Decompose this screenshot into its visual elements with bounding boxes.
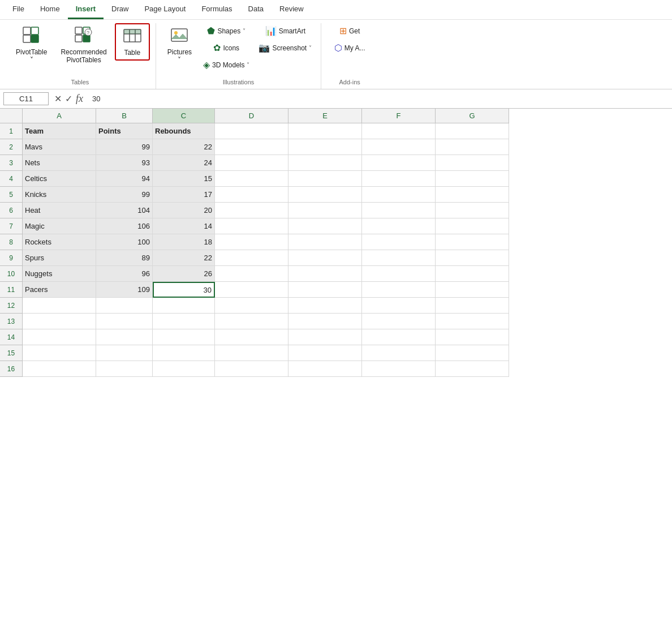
col-header-c[interactable]: C — [153, 109, 215, 123]
cell-d15[interactable] — [215, 345, 288, 361]
cell-e16[interactable] — [288, 361, 362, 377]
shapes-button[interactable]: ⬟ Shapes ˅ — [200, 23, 253, 40]
recommended-pivot-button[interactable]: ? RecommendedPivotTables — [55, 23, 112, 68]
row-header-1[interactable]: 1 — [0, 123, 23, 139]
row-header-3[interactable]: 3 — [0, 155, 23, 171]
cell-c1[interactable]: Rebounds — [153, 123, 215, 139]
3d-models-button[interactable]: ◈ 3D Models ˅ — [200, 57, 253, 74]
cell-a4[interactable]: Celtics — [23, 171, 96, 187]
cell-b6[interactable]: 104 — [96, 203, 153, 218]
cell-a9[interactable]: Spurs — [23, 250, 96, 266]
cell-b3[interactable]: 93 — [96, 155, 153, 171]
cell-d14[interactable] — [215, 329, 288, 345]
cell-c12[interactable] — [153, 298, 215, 314]
cell-a1[interactable]: Team — [23, 123, 96, 139]
cell-f4[interactable] — [362, 171, 436, 187]
cell-c11[interactable]: 30 — [153, 282, 215, 298]
get-addins-button[interactable]: ⊞ Get — [327, 23, 372, 40]
cell-e8[interactable] — [288, 234, 362, 250]
cell-d11[interactable] — [215, 282, 288, 298]
cell-f7[interactable] — [362, 218, 436, 234]
cell-e13[interactable] — [288, 314, 362, 329]
row-header-8[interactable]: 8 — [0, 234, 23, 250]
row-header-11[interactable]: 11 — [0, 282, 23, 298]
cell-f8[interactable] — [362, 234, 436, 250]
cell-f1[interactable] — [362, 123, 436, 139]
pictures-button[interactable]: Pictures˅ — [162, 23, 197, 68]
cell-g4[interactable] — [436, 171, 509, 187]
cell-reference-box[interactable] — [3, 92, 49, 105]
cell-b5[interactable]: 99 — [96, 187, 153, 203]
cell-b12[interactable] — [96, 298, 153, 314]
col-header-g[interactable]: G — [436, 109, 509, 123]
cell-a13[interactable] — [23, 314, 96, 329]
cell-c15[interactable] — [153, 345, 215, 361]
cell-b16[interactable] — [96, 361, 153, 377]
col-header-a[interactable]: A — [23, 109, 96, 123]
cell-d16[interactable] — [215, 361, 288, 377]
cell-c16[interactable] — [153, 361, 215, 377]
screenshot-button[interactable]: 📷 Screenshot ˅ — [255, 40, 315, 57]
cell-f15[interactable] — [362, 345, 436, 361]
cell-e3[interactable] — [288, 155, 362, 171]
row-header-10[interactable]: 10 — [0, 266, 23, 282]
cell-b8[interactable]: 100 — [96, 234, 153, 250]
cell-a2[interactable]: Mavs — [23, 139, 96, 155]
cell-c10[interactable]: 26 — [153, 266, 215, 282]
cell-b11[interactable]: 109 — [96, 282, 153, 298]
cell-e5[interactable] — [288, 187, 362, 203]
cell-b13[interactable] — [96, 314, 153, 329]
cell-b7[interactable]: 106 — [96, 218, 153, 234]
cell-g16[interactable] — [436, 361, 509, 377]
tab-review[interactable]: Review — [272, 0, 312, 19]
cell-b2[interactable]: 99 — [96, 139, 153, 155]
cell-a7[interactable]: Magic — [23, 218, 96, 234]
cell-f5[interactable] — [362, 187, 436, 203]
cell-a3[interactable]: Nets — [23, 155, 96, 171]
cell-f10[interactable] — [362, 266, 436, 282]
cell-g9[interactable] — [436, 250, 509, 266]
cell-a5[interactable]: Knicks — [23, 187, 96, 203]
cell-c2[interactable]: 22 — [153, 139, 215, 155]
cell-a11[interactable]: Pacers — [23, 282, 96, 298]
row-header-12[interactable]: 12 — [0, 298, 23, 314]
cell-a14[interactable] — [23, 329, 96, 345]
cell-e4[interactable] — [288, 171, 362, 187]
tab-page-layout[interactable]: Page Layout — [136, 0, 193, 19]
cell-g8[interactable] — [436, 234, 509, 250]
cell-d5[interactable] — [215, 187, 288, 203]
cell-e1[interactable] — [288, 123, 362, 139]
cell-e2[interactable] — [288, 139, 362, 155]
row-header-2[interactable]: 2 — [0, 139, 23, 155]
smartart-button[interactable]: 📊 SmartArt — [255, 23, 315, 40]
fx-icon[interactable]: fx — [76, 93, 83, 105]
cell-f12[interactable] — [362, 298, 436, 314]
cell-f3[interactable] — [362, 155, 436, 171]
cell-g14[interactable] — [436, 329, 509, 345]
cell-f11[interactable] — [362, 282, 436, 298]
cell-a15[interactable] — [23, 345, 96, 361]
cell-b1[interactable]: Points — [96, 123, 153, 139]
col-header-e[interactable]: E — [288, 109, 362, 123]
cell-e9[interactable] — [288, 250, 362, 266]
formula-input[interactable] — [89, 93, 669, 104]
cell-d3[interactable] — [215, 155, 288, 171]
cell-e14[interactable] — [288, 329, 362, 345]
tab-home[interactable]: Home — [32, 0, 68, 19]
confirm-formula-icon[interactable]: ✓ — [65, 93, 72, 104]
tab-insert[interactable]: Insert — [68, 0, 104, 19]
cell-f13[interactable] — [362, 314, 436, 329]
cell-a12[interactable] — [23, 298, 96, 314]
cell-e15[interactable] — [288, 345, 362, 361]
cell-a16[interactable] — [23, 361, 96, 377]
cell-g3[interactable] — [436, 155, 509, 171]
pivot-table-button[interactable]: PivotTable˅ — [10, 23, 53, 68]
my-addins-button[interactable]: ⬡ My A... — [327, 40, 372, 57]
cell-e6[interactable] — [288, 203, 362, 218]
row-header-14[interactable]: 14 — [0, 329, 23, 345]
cell-e7[interactable] — [288, 218, 362, 234]
cell-g7[interactable] — [436, 218, 509, 234]
cell-c7[interactable]: 14 — [153, 218, 215, 234]
cell-g6[interactable] — [436, 203, 509, 218]
cell-c9[interactable]: 22 — [153, 250, 215, 266]
